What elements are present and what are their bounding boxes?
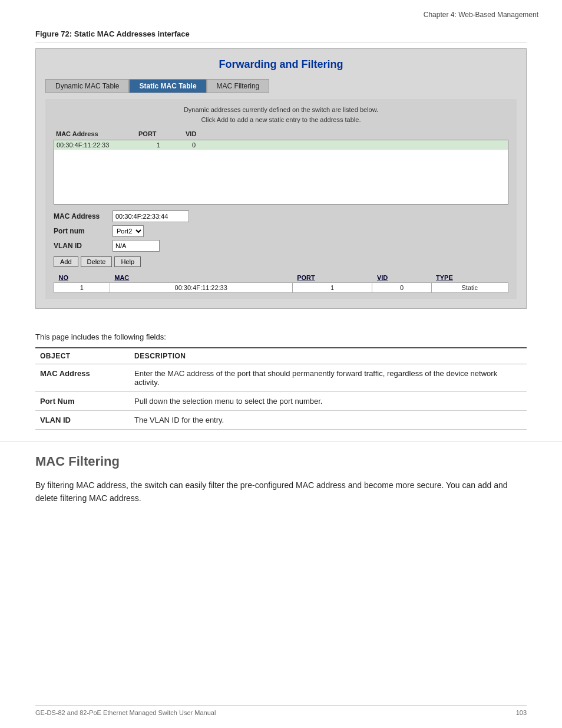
inner-content: Dynamic addresses currently defined on t… xyxy=(45,99,517,299)
form-row-port: Port num Port2 Port1 Port3 xyxy=(54,225,508,237)
th-port: PORT xyxy=(138,130,186,137)
col-no: NO xyxy=(54,273,110,283)
vlan-id-label: VLAN ID xyxy=(54,242,113,250)
field-name-vlan: VLAN ID xyxy=(35,411,130,430)
form-area: MAC Address Port num Port2 Port1 Port3 V… xyxy=(54,210,508,252)
col-object-header: OBJECT xyxy=(35,348,130,364)
desc-line2: Click Add to add a new static entry to t… xyxy=(201,116,361,123)
description-para: This page includes the following fields: xyxy=(0,321,562,347)
mac-data-table[interactable]: 00:30:4F:11:22:33 1 0 xyxy=(54,140,508,205)
row-vid: 0 xyxy=(372,283,431,293)
th-mac: MAC Address xyxy=(56,130,138,137)
field-row-mac: MAC Address Enter the MAC address of the… xyxy=(35,364,527,392)
tab-dynamic-mac[interactable]: Dynamic MAC Table xyxy=(45,79,129,93)
table-row: 1 00:30:4F:11:22:33 1 0 Static xyxy=(54,283,508,293)
cell-vid: 0 xyxy=(186,141,222,149)
port-num-label: Port num xyxy=(54,227,113,235)
field-desc-vlan: The VLAN ID for the entry. xyxy=(130,411,527,430)
port-num-select[interactable]: Port2 Port1 Port3 xyxy=(113,225,144,237)
table-header-row: MAC Address PORT VID xyxy=(54,130,508,137)
field-row-vlan: VLAN ID The VLAN ID for the entry. xyxy=(35,411,527,430)
add-button[interactable]: Add xyxy=(54,256,78,267)
fields-table: OBJECT DESCRIPTION MAC Address Enter the… xyxy=(35,347,527,430)
footer-left: GE-DS-82 and 82-PoE Ethernet Managed Swi… xyxy=(35,709,216,716)
col-type: TYPE xyxy=(431,273,508,283)
form-row-mac: MAC Address xyxy=(54,210,508,222)
cell-port: 1 xyxy=(139,141,186,149)
col-mac: MAC xyxy=(110,273,292,283)
row-port: 1 xyxy=(292,283,372,293)
mac-filtering-body: By filtering MAC address, the switch can… xyxy=(0,475,562,523)
field-desc-mac: Enter the MAC address of the port that s… xyxy=(130,364,527,392)
col-vid: VID xyxy=(372,273,431,283)
tab-mac-filtering[interactable]: MAC Filtering xyxy=(207,79,270,93)
desc-line1: Dynamic addresses currently defined on t… xyxy=(184,106,378,113)
page-footer: GE-DS-82 and 82-PoE Ethernet Managed Swi… xyxy=(35,705,527,716)
ui-panel: Forwarding and Filtering Dynamic MAC Tab… xyxy=(35,48,527,309)
panel-title: Forwarding and Filtering xyxy=(45,58,517,71)
fields-table-section: OBJECT DESCRIPTION MAC Address Enter the… xyxy=(0,347,562,442)
field-row-port: Port Num Pull down the selection menu to… xyxy=(35,392,527,411)
figure-caption: Figure 72: Static MAC Addresses interfac… xyxy=(35,29,527,42)
field-desc-port: Pull down the selection menu to select t… xyxy=(130,392,527,411)
row-mac: 00:30:4F:11:22:33 xyxy=(110,283,292,293)
th-vid: VID xyxy=(186,130,221,137)
help-button[interactable]: Help xyxy=(114,256,141,267)
field-name-port: Port Num xyxy=(35,392,130,411)
footer-right: 103 xyxy=(516,709,527,716)
col-description-header: DESCRIPTION xyxy=(130,348,527,364)
vlan-id-input[interactable] xyxy=(113,240,160,252)
bottom-table: NO MAC PORT VID TYPE 1 00:30:4F:11:22:33… xyxy=(54,273,508,293)
mac-address-input[interactable] xyxy=(113,210,189,222)
cell-mac: 00:30:4F:11:22:33 xyxy=(57,141,139,149)
chapter-label: Chapter 4: Web-Based Management xyxy=(424,11,538,19)
form-row-vlan: VLAN ID xyxy=(54,240,508,252)
row-type: Static xyxy=(431,283,508,293)
col-port: PORT xyxy=(292,273,372,283)
button-row: Add Delete Help xyxy=(54,256,508,267)
tab-bar: Dynamic MAC Table Static MAC Table MAC F… xyxy=(45,79,517,93)
tab-static-mac[interactable]: Static MAC Table xyxy=(129,79,206,93)
figure-section: Figure 72: Static MAC Addresses interfac… xyxy=(0,24,562,321)
mac-filtering-heading: MAC Filtering xyxy=(0,442,562,475)
delete-button[interactable]: Delete xyxy=(81,256,113,267)
description-text: Dynamic addresses currently defined on t… xyxy=(54,105,508,124)
mac-address-label: MAC Address xyxy=(54,212,113,220)
page-header: Chapter 4: Web-Based Management xyxy=(0,0,562,24)
row-no: 1 xyxy=(54,283,110,293)
field-name-mac: MAC Address xyxy=(35,364,130,392)
table-row: 00:30:4F:11:22:33 1 0 xyxy=(54,140,508,150)
